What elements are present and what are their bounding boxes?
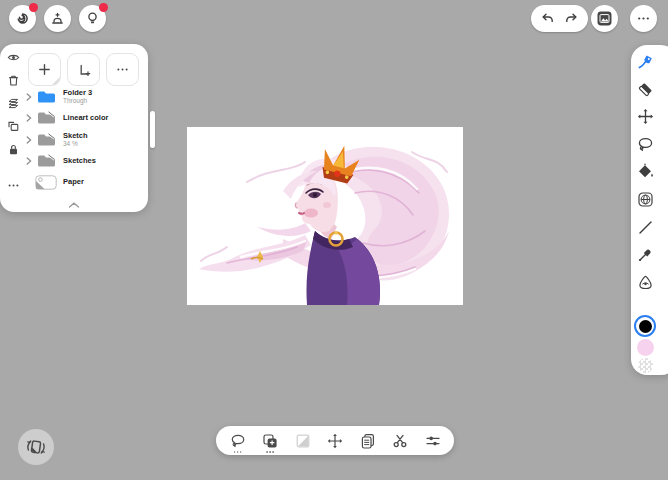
more-menu-button[interactable] [630,5,657,32]
paint-brush-tool[interactable] [631,53,659,70]
line-icon [637,219,654,236]
scissors-icon [392,433,408,449]
duplicate-layer-icon[interactable] [7,120,20,133]
copy-merged-button[interactable] [259,429,281,453]
gradient-icon [295,433,311,449]
paste-icon [360,433,376,449]
panel-drag-handle[interactable] [150,111,155,148]
app-screen: Folder 3 Through Lineart color [0,0,668,480]
folder-hidden-icon [34,154,58,168]
layer-row-lineart-color[interactable]: Lineart color [24,108,144,130]
layer-subtitle: 34 % [63,140,88,147]
move-arrows-icon [327,433,343,449]
notification-badge [29,3,38,12]
line-tool[interactable] [631,219,659,236]
fill-bucket-icon [637,163,654,180]
paste-clipboard-button[interactable] [357,429,379,453]
undo-icon[interactable] [540,11,555,26]
export-image-button[interactable] [591,5,618,32]
lasso-icon [230,433,246,449]
layers-more-button[interactable] [106,53,139,86]
expand-chevron-icon[interactable] [24,114,34,122]
fill-bucket-tool[interactable] [631,163,659,180]
layer-header-buttons [28,53,139,86]
lasso-select-tool[interactable] [631,136,659,153]
adjust-sliders-button[interactable] [422,429,444,453]
layer-name: Paper [63,178,84,187]
folder-blue-icon [34,90,58,104]
move-arrows-icon [637,108,654,125]
expand-chevron-icon[interactable] [24,136,34,144]
more-ellipsis-icon [636,11,651,26]
expand-chevron-icon[interactable] [24,157,34,165]
eyedropper-icon [637,246,654,263]
layer-subtitle: Through [63,97,92,104]
undo-redo-group [531,5,588,32]
delete-trash-icon[interactable] [7,74,20,87]
paint-brush-icon [637,53,654,70]
layer-row-sketches[interactable]: Sketches [24,151,144,173]
layer-row-folder-3[interactable]: Folder 3 Through [24,86,144,108]
rotate-canvas-button[interactable] [18,429,54,465]
primary-color-swatch[interactable] [634,315,656,337]
layer-actions-strip [0,51,26,192]
layer-stack-add-icon [49,10,66,27]
gallery-spiral-icon [14,10,31,27]
layer-row-paper[interactable]: Paper [24,172,144,194]
merge-layers-icon[interactable] [7,97,20,110]
add-layer-button[interactable] [28,53,61,86]
lock-icon[interactable] [7,143,20,156]
transparent-color-swatch[interactable] [638,358,653,373]
layer-more-options-icon[interactable] [7,179,20,192]
layer-name: Lineart color [63,114,108,123]
eyedropper-tool[interactable] [631,246,659,263]
drawing-canvas[interactable] [187,127,463,305]
plus-icon [37,62,52,77]
sliders-icon [425,433,441,449]
layer-name: Sketch [63,132,88,141]
eraser-tool[interactable] [631,81,659,98]
options-dots [266,451,274,453]
chevron-up-icon [68,202,80,208]
lightbulb-tips-icon [84,10,101,27]
notification-badge [99,3,108,12]
artwork-image [187,127,463,305]
gradient-mask-button[interactable] [292,429,314,453]
fx-eye-icon [637,274,654,291]
move-transform-tool[interactable] [631,108,659,125]
selection-toolbar [216,426,454,455]
layer-list: Folder 3 Through Lineart color [24,86,144,194]
cut-scissors-button[interactable] [389,429,411,453]
grid-globe-icon [637,191,654,208]
eraser-icon [637,81,654,98]
layer-name: Folder 3 [63,89,92,98]
move-button[interactable] [324,429,346,453]
copy-plus-icon [262,433,278,449]
ellipsis-icon [115,62,130,77]
folded-corner [52,77,60,85]
rotate-canvas-icon [25,436,47,458]
secondary-color-swatch[interactable] [637,339,654,356]
new-group-button[interactable] [67,53,100,86]
redo-icon[interactable] [564,11,579,26]
layers-panel: Folder 3 Through Lineart color [0,44,148,212]
new-group-icon [76,62,92,78]
layer-row-sketch[interactable]: Sketch 34 % [24,129,144,151]
options-dots [234,451,242,453]
collapse-panel-control[interactable] [0,202,148,208]
guides-grid-tool[interactable] [631,191,659,208]
layer-stack-button[interactable] [44,5,71,32]
layer-name: Sketches [63,157,96,166]
paper-layer-icon [34,175,58,190]
folder-hidden-icon [34,133,58,147]
visibility-eye-icon[interactable] [7,51,20,64]
expand-chevron-icon[interactable] [24,93,34,101]
filter-fx-tool[interactable] [631,274,659,291]
gallery-button[interactable] [9,5,36,32]
folder-hidden-icon [34,111,58,125]
lasso-icon [637,136,654,153]
image-export-icon [597,11,612,26]
tips-button[interactable] [79,5,106,32]
lasso-select-button[interactable] [227,429,249,453]
tools-toolbar [631,45,668,375]
